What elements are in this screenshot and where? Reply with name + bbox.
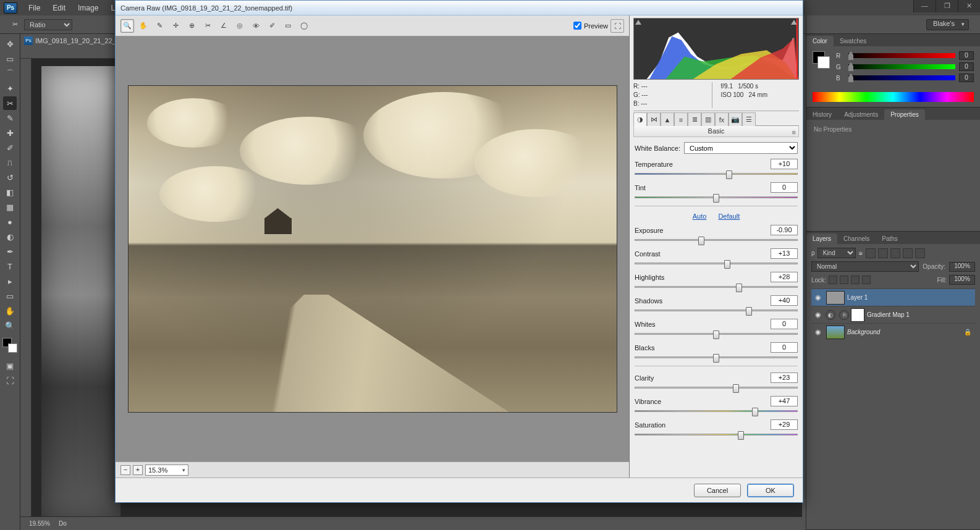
menu-image[interactable]: Image: [72, 4, 104, 12]
opacity-value[interactable]: 100%: [949, 262, 975, 272]
acr-zoom-tool[interactable]: 🔍: [120, 19, 134, 33]
color-spectrum[interactable]: [813, 92, 974, 102]
filter-shape-icon[interactable]: [903, 248, 913, 258]
ruler-vertical[interactable]: [20, 59, 32, 516]
histogram[interactable]: [633, 18, 799, 80]
brush-tool[interactable]: ✐: [3, 141, 17, 154]
color-g-value[interactable]: 0: [959, 62, 974, 71]
acr-color-sampler-tool[interactable]: ✛: [169, 19, 182, 33]
saturation-slider[interactable]: [738, 431, 744, 440]
tab-presets-icon[interactable]: ☰: [742, 112, 756, 126]
screenmode-toggle[interactable]: ⛶: [3, 374, 17, 387]
lock-pixels-icon[interactable]: [840, 276, 848, 284]
shadows-value[interactable]: +40: [771, 295, 798, 306]
zoom-in-button[interactable]: +: [133, 465, 143, 475]
vibrance-slider[interactable]: [752, 408, 758, 416]
preview-checkbox[interactable]: [573, 22, 581, 30]
hand-tool[interactable]: ✋: [3, 304, 17, 318]
tab-camera-icon[interactable]: 📷: [729, 112, 742, 126]
path-select-tool[interactable]: ▸: [3, 274, 17, 288]
filter-type-icon[interactable]: [890, 248, 900, 258]
dodge-tool[interactable]: ◐: [3, 230, 17, 243]
color-b-value[interactable]: 0: [959, 74, 974, 82]
tab-split-icon[interactable]: ≣: [688, 112, 701, 126]
clarity-slider[interactable]: [733, 384, 739, 393]
filter-pixel-icon[interactable]: [866, 248, 876, 258]
type-tool[interactable]: T: [3, 259, 17, 273]
contrast-value[interactable]: +13: [771, 248, 798, 259]
filter-adjust-icon[interactable]: [878, 248, 888, 258]
tab-properties[interactable]: Properties: [884, 109, 925, 120]
highlights-slider[interactable]: [736, 284, 742, 292]
quick-select-tool[interactable]: ✦: [3, 82, 17, 95]
zoom-out-button[interactable]: −: [120, 465, 130, 475]
lock-transparent-icon[interactable]: [829, 276, 837, 284]
quickmask-toggle[interactable]: ▣: [3, 359, 17, 372]
tab-fx-icon[interactable]: fx: [715, 112, 729, 126]
status-zoom[interactable]: 19.55%: [29, 520, 50, 527]
blend-mode-dropdown[interactable]: Normal: [811, 261, 919, 272]
zoom-value-dropdown[interactable]: 15.3%: [145, 465, 188, 476]
layer-name[interactable]: Gradient Map 1: [867, 311, 910, 318]
acr-targeted-adjust-tool[interactable]: ⊕: [185, 19, 198, 33]
fullscreen-toggle[interactable]: ⛶: [610, 19, 624, 33]
visibility-icon[interactable]: ◉: [813, 328, 824, 336]
color-swatch[interactable]: [813, 51, 830, 69]
visibility-icon[interactable]: ◉: [813, 311, 824, 319]
shadows-slider[interactable]: [746, 307, 752, 316]
window-close-button[interactable]: ✕: [958, 0, 980, 12]
tab-basic-icon[interactable]: ◑: [633, 112, 647, 126]
tab-curve-icon[interactable]: ⋈: [647, 112, 661, 126]
tint-value[interactable]: 0: [771, 182, 798, 193]
clarity-value[interactable]: +23: [771, 372, 798, 383]
layer-row[interactable]: ◉ ◐ ⎘ Gradient Map 1: [811, 306, 975, 323]
fill-value[interactable]: 100%: [949, 275, 975, 285]
acr-wb-tool[interactable]: ✎: [153, 19, 166, 33]
layer-row[interactable]: ◉ Background 🔒: [811, 323, 975, 340]
layer-mask-thumb[interactable]: [851, 308, 864, 322]
menu-file[interactable]: File: [22, 4, 46, 12]
eraser-tool[interactable]: ◧: [3, 185, 17, 199]
tab-paths[interactable]: Paths: [876, 233, 904, 244]
crop-tool[interactable]: ✂: [3, 96, 17, 110]
blacks-value[interactable]: 0: [771, 342, 798, 353]
shape-tool[interactable]: ▭: [3, 289, 17, 303]
lock-all-icon[interactable]: [862, 276, 871, 284]
tint-slider[interactable]: [713, 194, 719, 203]
preview-toggle[interactable]: Preview: [573, 22, 608, 30]
tab-channels[interactable]: Channels: [837, 233, 876, 244]
lasso-tool[interactable]: ⌒: [3, 67, 17, 80]
history-brush-tool[interactable]: ↺: [3, 170, 17, 184]
temperature-slider[interactable]: [726, 170, 732, 179]
acr-panel-menu[interactable]: ≡: [792, 127, 796, 138]
whites-slider[interactable]: [713, 330, 719, 339]
tab-history[interactable]: History: [806, 109, 838, 120]
status-doc-info[interactable]: Do: [59, 520, 67, 527]
lock-position-icon[interactable]: [851, 276, 860, 284]
gradient-tool[interactable]: ▦: [3, 200, 17, 214]
tab-adjustments[interactable]: Adjustments: [838, 109, 884, 120]
stamp-tool[interactable]: ⎍: [3, 156, 17, 169]
temperature-value[interactable]: +10: [771, 159, 798, 169]
color-r-value[interactable]: 0: [959, 51, 974, 60]
layer-filter-kind[interactable]: Kind: [817, 248, 856, 258]
default-link[interactable]: Default: [718, 212, 740, 220]
visibility-icon[interactable]: ◉: [813, 293, 824, 301]
menu-edit[interactable]: Edit: [46, 4, 72, 12]
foreground-background-swatch[interactable]: [2, 338, 17, 353]
acr-preview-area[interactable]: [116, 36, 629, 461]
tab-hsl-icon[interactable]: ≡: [674, 112, 688, 126]
layer-name[interactable]: Background: [847, 329, 880, 335]
acr-grad-filter-tool[interactable]: ▭: [281, 19, 295, 33]
tab-swatches[interactable]: Swatches: [834, 36, 872, 46]
filter-smart-icon[interactable]: [915, 248, 925, 258]
exposure-value[interactable]: -0.90: [771, 225, 798, 235]
contrast-slider[interactable]: [724, 260, 730, 269]
document-tab[interactable]: Ps IMG_0918_19_20_21_22_...: [20, 34, 129, 48]
crop-ratio-dropdown[interactable]: Ratio: [24, 19, 72, 30]
window-maximize-button[interactable]: ❐: [936, 0, 958, 12]
acr-spot-tool[interactable]: ◎: [233, 19, 247, 33]
layer-row[interactable]: ◉ Layer 1: [811, 288, 975, 306]
acr-straighten-tool[interactable]: ∠: [217, 19, 230, 33]
color-g-slider[interactable]: [848, 64, 955, 69]
